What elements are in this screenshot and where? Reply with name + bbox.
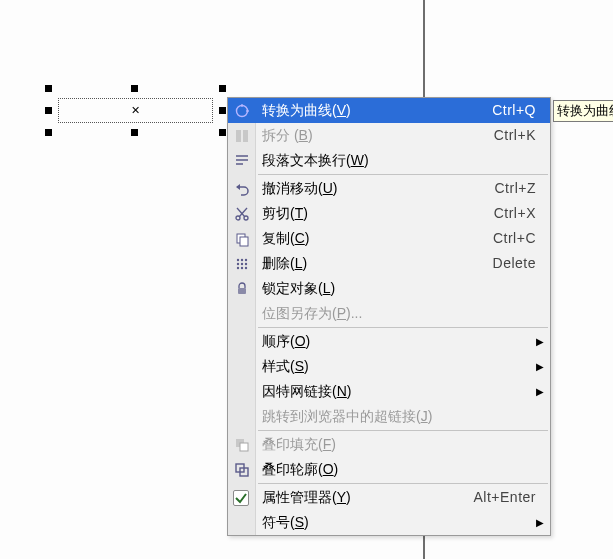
menu-item-label: 锁定对象(L)	[262, 280, 335, 296]
menu-item[interactable]: 段落文本换行(W)	[228, 148, 550, 173]
svg-point-14	[237, 258, 239, 260]
lock-icon	[233, 280, 251, 298]
menu-item[interactable]: 复制(C)Ctrl+C	[228, 226, 550, 251]
menu-item-shortcut: Alt+Enter	[474, 485, 536, 510]
svg-point-18	[241, 262, 243, 264]
resize-handle-mr[interactable]	[219, 107, 226, 114]
svg-point-1	[241, 104, 244, 107]
menu-item-label: 属性管理器(Y)	[262, 489, 351, 505]
menu-item-shortcut: Ctrl+C	[493, 226, 536, 251]
svg-point-15	[241, 258, 243, 260]
menu-item-shortcut: Ctrl+Z	[495, 176, 537, 201]
menu-separator	[258, 327, 548, 328]
menu-separator	[258, 430, 548, 431]
svg-point-21	[241, 266, 243, 268]
svg-point-0	[237, 105, 248, 116]
svg-point-20	[237, 266, 239, 268]
menu-item-label: 因特网链接(N)	[262, 383, 351, 399]
checkbox-checked-icon	[233, 490, 249, 506]
menu-item-label: 样式(S)	[262, 358, 309, 374]
menu-item: 拆分 (B)Ctrl+K	[228, 123, 550, 148]
menu-item-label: 撤消移动(U)	[262, 180, 337, 196]
menu-item-shortcut: Ctrl+K	[494, 123, 536, 148]
menu-item: 跳转到浏览器中的超链接(J)	[228, 404, 550, 429]
tooltip-convert-to-curves: 转换为曲线	[553, 100, 613, 122]
menu-item-shortcut: Delete	[493, 251, 536, 276]
menu-item: 位图另存为(P)...	[228, 301, 550, 326]
svg-point-16	[245, 258, 247, 260]
menu-item: 叠印填充(F)	[228, 432, 550, 457]
resize-handle-tl[interactable]	[45, 85, 52, 92]
undo-icon	[233, 180, 251, 198]
convert-icon	[233, 102, 251, 120]
menu-separator	[258, 483, 548, 484]
menu-item[interactable]: 属性管理器(Y)Alt+Enter	[228, 485, 550, 510]
delete-icon	[233, 255, 251, 273]
menu-item-label: 剪切(T)	[262, 205, 308, 221]
menu-item[interactable]: 样式(S)▶	[228, 354, 550, 379]
menu-item-shortcut: Ctrl+Q	[492, 98, 536, 123]
menu-item-label: 顺序(O)	[262, 333, 310, 349]
menu-item[interactable]: 删除(L)Delete	[228, 251, 550, 276]
svg-rect-3	[236, 130, 241, 142]
menu-item-label: 段落文本换行(W)	[262, 152, 369, 168]
resize-handle-br[interactable]	[219, 129, 226, 136]
cut-icon	[233, 205, 251, 223]
menu-item-label: 复制(C)	[262, 230, 309, 246]
menu-item-label: 符号(S)	[262, 514, 309, 530]
svg-point-19	[245, 262, 247, 264]
menu-item[interactable]: 叠印轮廓(O)	[228, 457, 550, 482]
svg-rect-23	[238, 288, 246, 294]
menu-item-label: 拆分 (B)	[262, 127, 313, 143]
menu-item-label: 删除(L)	[262, 255, 307, 271]
wrap-icon	[233, 152, 251, 170]
submenu-arrow-icon: ▶	[536, 379, 544, 404]
svg-point-17	[237, 262, 239, 264]
svg-rect-13	[240, 237, 248, 246]
resize-handle-ml[interactable]	[45, 107, 52, 114]
resize-handle-tc[interactable]	[131, 85, 138, 92]
menu-item[interactable]: 符号(S)▶	[228, 510, 550, 535]
copy-icon	[233, 230, 251, 248]
submenu-arrow-icon: ▶	[536, 354, 544, 379]
menu-item[interactable]: 转换为曲线(V)Ctrl+Q	[228, 98, 550, 123]
menu-item-label: 转换为曲线(V)	[262, 102, 351, 118]
menu-item[interactable]: 剪切(T)Ctrl+X	[228, 201, 550, 226]
selected-object[interactable]: ✕	[58, 98, 213, 123]
menu-item-label: 位图另存为(P)...	[262, 305, 362, 321]
resize-handle-bc[interactable]	[131, 129, 138, 136]
menu-item[interactable]: 顺序(O)▶	[228, 329, 550, 354]
menu-item-label: 叠印轮廓(O)	[262, 461, 338, 477]
submenu-arrow-icon: ▶	[536, 510, 544, 535]
context-menu: 转换为曲线(V)Ctrl+Q拆分 (B)Ctrl+K段落文本换行(W)撤消移动(…	[227, 97, 551, 536]
submenu-arrow-icon: ▶	[536, 329, 544, 354]
split-icon	[233, 127, 251, 145]
menu-separator	[258, 174, 548, 175]
svg-point-2	[246, 109, 249, 112]
menu-item-shortcut: Ctrl+X	[494, 201, 536, 226]
svg-point-22	[245, 266, 247, 268]
resize-handle-tr[interactable]	[219, 85, 226, 92]
menu-item-label: 叠印填充(F)	[262, 436, 336, 452]
menu-item[interactable]: 因特网链接(N)▶	[228, 379, 550, 404]
menu-item[interactable]: 锁定对象(L)	[228, 276, 550, 301]
overfill-icon	[233, 436, 251, 454]
menu-item-label: 跳转到浏览器中的超链接(J)	[262, 408, 432, 424]
svg-rect-4	[243, 130, 248, 142]
object-center-marker: ✕	[131, 103, 140, 116]
overoutline-icon	[233, 461, 251, 479]
resize-handle-bl[interactable]	[45, 129, 52, 136]
svg-rect-25	[240, 443, 248, 451]
menu-item[interactable]: 撤消移动(U)Ctrl+Z	[228, 176, 550, 201]
